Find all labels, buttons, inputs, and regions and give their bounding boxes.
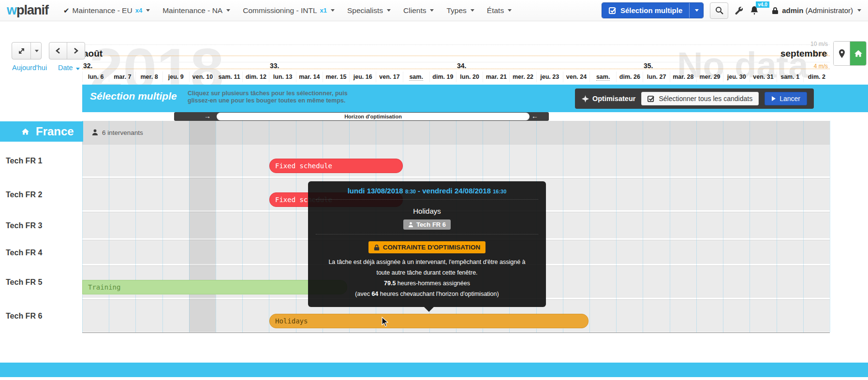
day-header-cell: ven. 17 — [376, 72, 402, 82]
day-header-cell: mar. 7 — [109, 72, 135, 82]
chevron-right-icon — [73, 47, 79, 54]
group-header-france[interactable]: France — [0, 121, 83, 142]
week-number: 35. — [644, 62, 653, 70]
menu-item-label: Specialists — [347, 6, 383, 15]
launch-button[interactable]: Lancer — [765, 92, 807, 105]
map-pin-icon — [838, 49, 846, 58]
horizon-label: Horizon d'optimisation — [344, 114, 402, 119]
checkbox-icon — [609, 7, 617, 15]
day-header-cell: mar. 21 — [483, 72, 509, 82]
lock-icon — [772, 7, 779, 15]
day-header-cell: lun. 13 — [269, 72, 295, 82]
top-navbar: wplanif ✔Maintenance - EUx4Maintenance -… — [0, 0, 868, 21]
menu-item-badge: x4 — [135, 7, 142, 14]
date-link[interactable]: Date — [58, 64, 80, 72]
month-label-august: août — [83, 48, 103, 59]
week-number: 33. — [270, 62, 279, 70]
zoom-dropdown-toggle[interactable] — [30, 43, 41, 59]
scroll-right-button[interactable] — [67, 43, 85, 59]
bottom-scroll-bar[interactable] — [0, 363, 868, 377]
resource-label: Tech FR 4 — [0, 240, 82, 265]
home-view-button[interactable] — [850, 42, 866, 65]
chevron-down-icon — [226, 9, 230, 12]
menu-item-label: Types — [446, 6, 466, 15]
chevron-down-icon — [695, 9, 699, 12]
horizon-right-handle[interactable]: ← — [531, 112, 538, 121]
menu-item-types[interactable]: Types — [440, 0, 480, 21]
user-role: (Administrator) — [806, 6, 853, 15]
optimizer-label: Optimisateur — [582, 95, 635, 102]
menu-item-specialists[interactable]: Specialists — [341, 0, 397, 21]
gantt-bottom-border — [82, 332, 830, 333]
task-tooltip: lundi 13/08/2018 8:30 - vendredi 24/08/2… — [308, 181, 546, 307]
horizon-left-handle[interactable]: → — [204, 112, 211, 121]
search-icon — [715, 6, 723, 15]
day-header-cell: mer. 15 — [323, 72, 349, 82]
search-button[interactable] — [710, 2, 728, 19]
checkbox-icon — [647, 95, 655, 102]
today-link[interactable]: Aujourd'hui — [12, 64, 47, 72]
menu-item-commissioning-intl[interactable]: Commissioning - INTLx1 — [236, 0, 341, 21]
chevron-left-icon — [55, 47, 61, 54]
day-header-cell: mer. 8 — [135, 72, 162, 82]
shaded-day-column — [189, 121, 216, 332]
map-pin-button[interactable] — [834, 42, 850, 65]
resource-labels-column: Tech FR 1Tech FR 2Tech FR 3Tech FR 4Tech… — [0, 144, 82, 333]
chevron-down-icon — [857, 9, 861, 12]
day-header-cell: dim. 19 — [429, 72, 456, 82]
menu-item-tats[interactable]: États — [481, 0, 518, 21]
day-header-cell: sam. 11 — [216, 72, 242, 82]
day-header-cell: jeu. 9 — [162, 72, 189, 82]
logo-prefix: w — [7, 3, 16, 17]
notifications-button[interactable]: v4.0 — [750, 6, 759, 15]
tooltip-task-name: Holidays — [315, 207, 539, 215]
tooltip-separator — [316, 199, 538, 200]
day-headers-row: lun. 6mar. 7mer. 8jeu. 9ven. 10sam. 11di… — [82, 72, 830, 82]
menu-item-label: Clients — [403, 6, 426, 15]
day-header-cell: jeu. 30 — [723, 72, 750, 82]
task-bar-training[interactable]: Training — [82, 280, 347, 294]
day-header-cell: dim. 12 — [242, 72, 269, 82]
day-header-cell: dim. 2 — [803, 72, 830, 82]
tooltip-resource-badge: Tech FR 6 — [403, 219, 451, 230]
menu-item-label: Maintenance - EU — [73, 6, 132, 15]
menu-item-clients[interactable]: Clients — [397, 0, 440, 21]
resource-label: Tech FR 3 — [0, 212, 82, 240]
home-icon — [854, 50, 863, 58]
tooltip-date-range: lundi 13/08/2018 8:30 - vendredi 24/08/2… — [315, 187, 539, 195]
chevron-down-icon — [471, 9, 474, 12]
person-icon — [92, 129, 98, 136]
menu-item-maintenance-na[interactable]: Maintenance - NA — [156, 0, 236, 21]
week-number: 32. — [83, 62, 92, 70]
day-header-cell: ven. 10 — [189, 72, 216, 82]
select-all-candidates-button[interactable]: Sélectionner tous les candidats — [641, 92, 759, 105]
tooltip-hours: 79.5 heures-hommes assignées — [315, 278, 539, 289]
chevron-down-icon — [508, 9, 512, 12]
scroll-left-button[interactable] — [49, 43, 67, 59]
day-header-cell: ven. 31 — [750, 72, 776, 82]
day-header-cell: sam. — [403, 72, 429, 82]
sparkle-icon — [582, 95, 589, 102]
tooltip-arrow — [424, 307, 434, 312]
task-bar-holidays[interactable]: Holidays — [269, 314, 588, 328]
settings-button[interactable] — [735, 6, 744, 15]
group-resource-count: 6 intervenants — [92, 121, 143, 144]
wind-gridline — [82, 44, 830, 45]
chevron-down-icon — [331, 9, 335, 12]
week-numbers-row: 32.33.34.35. — [82, 62, 830, 72]
multi-select-banner: Sélection multiple Cliquez sur plusieurs… — [82, 85, 868, 112]
menu-item-maintenance-eu[interactable]: ✔Maintenance - EUx4 — [57, 0, 156, 21]
user-menu[interactable]: admin (Administrator) — [765, 6, 861, 15]
optimization-horizon-slider[interactable]: → Horizon d'optimisation ← — [174, 112, 549, 121]
expand-diagonal-icon — [18, 47, 25, 55]
optimizer-panel: Optimisateur Sélectionner tous les candi… — [575, 88, 814, 109]
task-bar-fixed-schedule[interactable]: Fixed schedule — [269, 159, 403, 173]
day-header-cell: jeu. 16 — [349, 72, 376, 82]
zoom-fit-button[interactable] — [12, 43, 30, 59]
multi-select-button[interactable]: Sélection multiple — [602, 2, 704, 18]
timeline-header: 2018 No data 10 m/s7 m/s4 m/s août septe… — [0, 21, 868, 85]
main-menu: ✔Maintenance - EUx4Maintenance - NACommi… — [57, 0, 518, 21]
app-logo[interactable]: wplanif — [7, 3, 48, 18]
multi-select-dropdown-toggle[interactable] — [689, 3, 703, 18]
horizon-bar[interactable]: Horizon d'optimisation — [217, 113, 530, 120]
